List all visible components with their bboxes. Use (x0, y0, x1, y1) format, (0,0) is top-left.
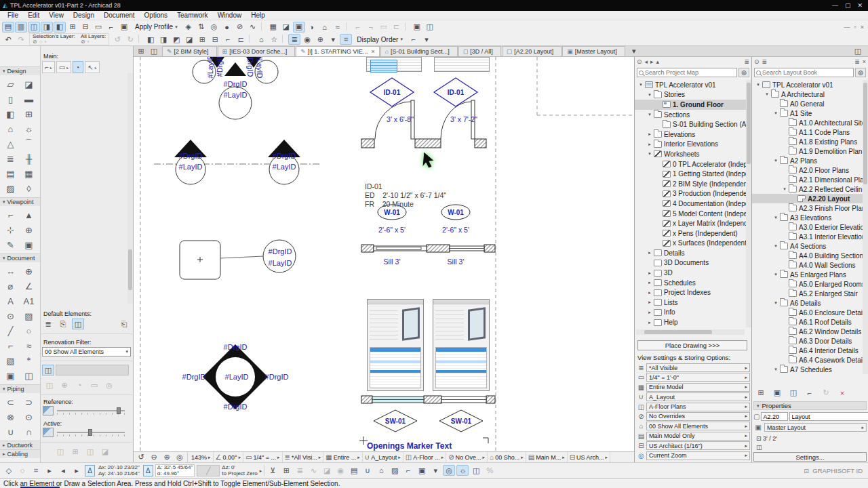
align-icon[interactable]: ⌐ (352, 22, 364, 33)
expand-arrow-icon[interactable]: ▸ (646, 270, 653, 276)
project-map-search[interactable] (637, 68, 737, 77)
camera-icon[interactable]: ▣ (416, 465, 428, 476)
toolbox-section-document[interactable]: ▾Document (0, 253, 40, 262)
expand-arrow-icon[interactable]: ▾ (772, 110, 779, 116)
display-order-icon[interactable]: ⌗ (340, 34, 352, 45)
tree-item[interactable]: A2.3 Finish Floor Plans (752, 203, 863, 213)
paste-icon[interactable]: ◩ (170, 34, 182, 45)
tree-item[interactable]: ▸ Schedules (635, 278, 746, 288)
object-tool[interactable]: ⌂ (1, 121, 20, 136)
distance-toggle[interactable]: Δ (143, 465, 153, 476)
hotspot-tool[interactable]: ＊ (20, 353, 38, 368)
tree-item[interactable]: ▾ Stories (635, 90, 746, 100)
tree-scrollbar[interactable] (746, 80, 751, 327)
tree-item[interactable]: 1. Ground Floor (635, 100, 746, 110)
sun-icon[interactable]: ☼ (456, 465, 469, 476)
expand-arrow-icon[interactable]: ▾ (646, 151, 653, 157)
model-view-options-icon[interactable]: ◫ A-Floor Plans▸ (636, 403, 750, 411)
transfer-settings-icon[interactable]: ⎗ (118, 319, 130, 329)
toolbar-icon[interactable] (282, 34, 286, 43)
expand-arrow-icon[interactable]: ▾ (772, 243, 779, 249)
tree-item[interactable]: ▸ Lists (635, 298, 746, 308)
pen-set-icon[interactable]: ∪ A_Layout▸ (636, 392, 750, 401)
tree-item[interactable]: ▾ TPL Accelerator v01 (635, 80, 746, 90)
fill-tool[interactable]: ▨ (20, 308, 38, 323)
tree-view-icon[interactable]: ≣ (762, 58, 768, 65)
orientation[interactable]: ∠ 0.00° ▸ (214, 452, 244, 462)
angle-dimension-tool[interactable]: ∠ (20, 279, 38, 293)
master-layout-value[interactable]: Master Layout (767, 424, 806, 431)
trace-reference-chooser[interactable] (56, 365, 129, 375)
gravity-icon[interactable]: ▭ (92, 22, 104, 33)
layout-name-field[interactable] (789, 412, 868, 421)
menu-item[interactable]: Teamwork (172, 12, 213, 19)
menu-item[interactable]: Edit (23, 12, 44, 19)
more-icon[interactable]: ▾ (420, 34, 433, 45)
expand-arrow-icon[interactable]: ▸ (646, 142, 653, 147)
tree-item[interactable]: A1.1 Code Plans (752, 127, 863, 137)
next-icon[interactable]: ▸ (71, 465, 83, 476)
rect-tool-button[interactable]: ▭▸ (56, 61, 71, 73)
menu-item[interactable]: Design (68, 12, 99, 19)
grid-display-icon[interactable]: ⊞ (66, 22, 79, 33)
layer-combination-icon[interactable]: ≣ *All Visible▸ (636, 363, 750, 372)
map-options-icon[interactable]: ≣ (744, 58, 749, 65)
drawing-tool[interactable]: ◫ (20, 368, 38, 383)
detail-tool[interactable]: ⊕ (20, 222, 38, 237)
view-tab[interactable]: ⊞ [IES-03 Door Sche...] (218, 46, 296, 56)
display-order-button[interactable]: Display Order ▾ (353, 34, 407, 45)
pipe-valve-tool[interactable]: ⊙ (20, 409, 38, 424)
expand-arrow-icon[interactable]: ▾ (772, 300, 779, 306)
up-icon[interactable]: ▴ (656, 58, 660, 65)
view-icon[interactable]: ◫ (470, 465, 482, 476)
inject-parameters-icon[interactable]: ● (221, 22, 233, 33)
column-tool[interactable]: ▯ (1, 92, 20, 106)
ruler-icon[interactable]: ⌐ (402, 465, 414, 476)
tree-item[interactable]: A3.0 Exterior Elevations (752, 222, 863, 232)
delete-icon[interactable]: × (836, 388, 848, 398)
camera-tool[interactable]: ▣ (20, 237, 38, 252)
trace-switch-icon[interactable]: ◫ (54, 446, 66, 457)
home-icon[interactable]: ⌂ (375, 465, 387, 476)
3d-cutaway-icon[interactable]: ◪ (280, 22, 292, 33)
tree-item[interactable]: A6.0 Enclosure Details (752, 308, 863, 317)
close-button[interactable]: ✕ (857, 2, 863, 9)
layers[interactable]: ≣ *All Visi... ▸ (283, 452, 324, 462)
cut-icon[interactable]: ◨ (157, 34, 170, 45)
expand-arrow-icon[interactable]: ▾ (772, 158, 779, 163)
renovation-filter-icon[interactable]: ⌂ 00 Show All Elements▸ (636, 422, 750, 430)
layers-icon[interactable]: ≣ (294, 465, 306, 476)
prev-icon[interactable]: ◂ (57, 465, 69, 476)
trace-menu-icon[interactable]: ▾ (327, 34, 339, 45)
zoom-window-icon[interactable]: ◎ (174, 452, 186, 463)
marquee-tool-button[interactable]: ⌐▸ (42, 61, 55, 73)
tree-item[interactable]: ▸ Details (635, 248, 746, 258)
minimize-button[interactable]: — (832, 2, 838, 9)
drag-icon[interactable]: ◪ (183, 34, 195, 45)
copy-icon[interactable]: ◧ (144, 34, 157, 45)
door-tool[interactable]: ◧ (1, 106, 20, 121)
layout-book-search[interactable] (754, 68, 854, 77)
toolbox-section-ductwork[interactable]: ▸Ductwork (0, 441, 40, 449)
roof-tool[interactable]: △ (1, 136, 20, 151)
guide-lines-icon[interactable]: ⌐ (105, 22, 117, 33)
virtual-trace-icon[interactable]: ⊕ (314, 34, 326, 45)
level-dimension-tool[interactable]: ⊕ (20, 264, 38, 279)
tree-item[interactable]: ▾ A4 Sections (752, 241, 863, 251)
tree-item[interactable]: ▾ A1 Site (752, 108, 863, 118)
overrides-icon[interactable]: ≈ (332, 22, 344, 33)
layers-default-icon[interactable]: ≣ (42, 319, 54, 329)
toolbar-icon[interactable] (261, 22, 265, 31)
rotate-view-icon[interactable]: ◔ (73, 380, 85, 390)
tree-item[interactable]: ▸ Project Indexes (635, 287, 746, 298)
tree-item[interactable]: ▾ A7 Schedules (752, 365, 863, 374)
pop-out-icon[interactable]: ◫ (852, 46, 864, 57)
view-tab[interactable]: ▣ [Master Layout] (562, 46, 625, 56)
spline-tool[interactable]: ≈ (20, 338, 38, 353)
tree-item[interactable]: A6.4 Casework Details (752, 355, 863, 365)
trace-compare-icon[interactable]: ◫ (84, 446, 96, 457)
tree-item[interactable]: ▾ A3 Elevations (752, 213, 863, 222)
pipe-tee-tool[interactable]: ⊗ (1, 409, 20, 424)
suspend-groups-icon[interactable]: ⊘ (234, 22, 246, 33)
menu-item[interactable]: File (3, 12, 23, 19)
